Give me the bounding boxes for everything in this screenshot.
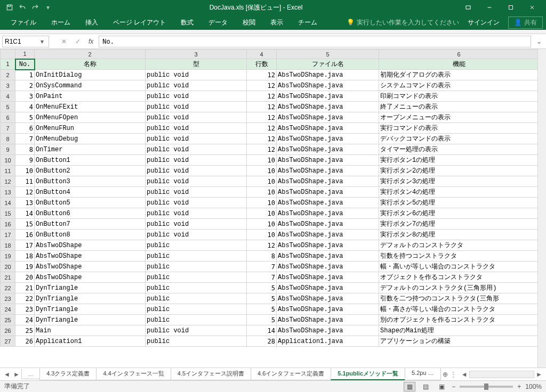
cell[interactable]: 9 [15, 155, 35, 166]
sheet-tab[interactable]: 4.3クラス定義書 [39, 368, 97, 380]
cell[interactable]: OnMenuFExit [35, 102, 146, 112]
cell[interactable]: AbsTwoDShape.java [277, 176, 379, 187]
row-header[interactable]: 7 [1, 123, 15, 134]
cell[interactable]: 実行ボタン6の処理 [379, 208, 538, 219]
cell[interactable]: 実行ボタン5の処理 [379, 198, 538, 208]
cell[interactable]: AbsTwoDShape.java [277, 102, 379, 112]
cell[interactable]: 実行ボタン7の処理 [379, 219, 538, 230]
cell[interactable]: AbsTwoDShape.java [277, 70, 379, 80]
redo-icon[interactable] [29, 2, 42, 13]
sheet-tab[interactable]: 5.2pu … [405, 368, 441, 380]
row-header[interactable]: 8 [1, 134, 15, 144]
cell[interactable]: 12 [247, 123, 277, 134]
cell[interactable]: public void [146, 155, 247, 166]
row-header[interactable]: 14 [1, 198, 15, 208]
cell[interactable]: 7 [247, 272, 277, 283]
cell[interactable]: 10 [247, 198, 277, 208]
cell[interactable]: 22 [15, 293, 35, 304]
ribbon-tab-3[interactable]: ページ レイアウト [106, 16, 173, 29]
cell[interactable]: システムコマンドの表示 [379, 80, 538, 91]
cell[interactable]: 12 [247, 134, 277, 144]
sheet-tab[interactable]: 4.4インタフェース一覧 [96, 368, 171, 380]
cell[interactable]: AbsTwoDShape [35, 240, 146, 251]
cell[interactable]: public [146, 262, 247, 272]
cell[interactable]: 機能 [379, 59, 538, 70]
ribbon-tab-7[interactable]: 表示 [263, 16, 291, 29]
cell[interactable]: 実行ボタン3の処理 [379, 176, 538, 187]
zoom-slider[interactable] [460, 386, 513, 388]
spreadsheet-grid[interactable]: 1 2 3 4 5 6 1 No. 名称 型 行数 ファイル名 機能 21OnI… [0, 49, 537, 368]
ribbon-tab-1[interactable]: ホーム [44, 16, 78, 29]
cell[interactable]: 5 [247, 293, 277, 304]
cell[interactable]: public [146, 315, 247, 325]
cell[interactable]: 11 [15, 176, 35, 187]
cell[interactable]: 10 [247, 187, 277, 198]
cell[interactable]: public void [146, 198, 247, 208]
cell[interactable]: AbsTwoDShape.java [277, 262, 379, 272]
cell[interactable]: OnButton4 [35, 187, 146, 198]
cell[interactable]: public void [146, 91, 247, 102]
tab-nav-prev-icon[interactable]: ◄ [2, 370, 12, 379]
cell[interactable]: 7 [15, 134, 35, 144]
row-header[interactable]: 27 [1, 336, 15, 347]
cell[interactable]: 26 [15, 336, 35, 347]
cell[interactable]: 12 [247, 144, 277, 155]
cell[interactable]: OnSysCommand [35, 80, 146, 91]
cell[interactable]: 12 [247, 91, 277, 102]
cell[interactable]: 6 [15, 123, 35, 134]
cell[interactable]: 型 [146, 59, 247, 70]
cell[interactable]: デフォルトのコンストラクタ(三角形用) [379, 283, 538, 293]
cell[interactable]: 実行ボタン8の処理 [379, 230, 538, 240]
col-header[interactable]: 1 [15, 50, 35, 59]
cell[interactable]: 23 [15, 304, 35, 315]
cell[interactable]: public [146, 240, 247, 251]
ribbon-options-icon[interactable] [457, 0, 479, 15]
cell[interactable]: 10 [247, 230, 277, 240]
cell[interactable]: AbsTwoDShape.java [277, 272, 379, 283]
cell[interactable]: AbsTwoDShape.java [277, 304, 379, 315]
ribbon-tab-2[interactable]: 挿入 [78, 16, 106, 29]
cell[interactable]: public void [146, 144, 247, 155]
cell[interactable]: AbsTwoDShape [35, 251, 146, 262]
cell[interactable]: 5 [247, 283, 277, 293]
cell[interactable]: 実行ボタン4の処理 [379, 187, 538, 198]
cell[interactable]: public void [146, 219, 247, 230]
cell[interactable]: AbsTwoDShape.java [277, 187, 379, 198]
row-header[interactable]: 21 [1, 272, 15, 283]
cell[interactable]: OnPaint [35, 91, 146, 102]
cell[interactable]: AbsTwoDShape.java [277, 166, 379, 176]
row-header[interactable]: 5 [1, 102, 15, 112]
row-header[interactable]: 15 [1, 208, 15, 219]
row-header[interactable]: 10 [1, 155, 15, 166]
cell[interactable]: public void [146, 166, 247, 176]
cell[interactable]: public void [146, 230, 247, 240]
undo-icon[interactable] [16, 2, 29, 13]
cell[interactable]: OnMenuDebug [35, 134, 146, 144]
cell[interactable]: DynTriangle [35, 293, 146, 304]
col-header[interactable]: 4 [247, 50, 277, 59]
signin-link[interactable]: サインイン [463, 16, 504, 29]
cell[interactable]: オブジェクトを作るコンストラクタ [379, 272, 538, 283]
cell[interactable]: 印刷コマンドの表示 [379, 91, 538, 102]
qat-customize-icon[interactable]: ▾ [42, 2, 54, 13]
cell[interactable]: 12 [247, 102, 277, 112]
cell[interactable]: 10 [247, 208, 277, 219]
cell[interactable]: OnButton1 [35, 155, 146, 166]
minimize-icon[interactable] [479, 0, 500, 15]
cell[interactable]: public void [146, 123, 247, 134]
cell[interactable]: 4 [15, 102, 35, 112]
cell[interactable]: 別のオブジェクトを作るコンストラクタ [379, 315, 538, 325]
vertical-scrollbar[interactable] [537, 49, 546, 368]
cell[interactable]: AbsTwoDShape.java [277, 283, 379, 293]
ribbon-tab-4[interactable]: 数式 [173, 16, 201, 29]
new-sheet-icon[interactable]: ⊕ [440, 370, 450, 379]
scroll-right-icon[interactable]: ► [534, 370, 544, 379]
horizontal-scrollbar[interactable]: ◄ ► [460, 370, 544, 379]
cell[interactable]: OnButton7 [35, 219, 146, 230]
cell[interactable]: 幅・高さが等しい場合のコンストラクタ [379, 304, 538, 315]
cell[interactable]: デフォルトのコンストラクタ [379, 240, 538, 251]
cell[interactable]: OnButton2 [35, 166, 146, 176]
cell[interactable]: 幅・高いが等しい場合のコンストラクタ [379, 262, 538, 272]
cell[interactable]: 12 [247, 240, 277, 251]
save-icon[interactable] [3, 2, 16, 13]
